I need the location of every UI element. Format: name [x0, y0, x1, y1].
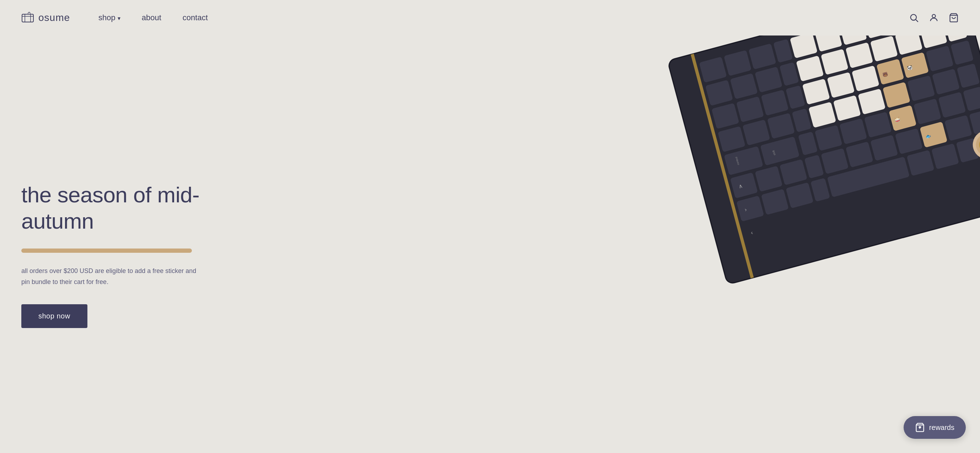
keyboard-svg: backspace control shift M K ∧ › ‹ 🐻 🐼 🥁 …	[658, 35, 980, 302]
keyboard-image: backspace control shift M K ∧ › ‹ 🐻 🐼 🥁 …	[658, 35, 980, 302]
account-button[interactable]	[929, 13, 939, 23]
hero-title: the season of mid-autumn	[21, 182, 234, 234]
search-button[interactable]	[909, 13, 919, 23]
shop-now-button[interactable]: shop now	[21, 304, 88, 328]
rewards-label: rewards	[929, 423, 955, 432]
bag-heart-icon	[915, 423, 925, 432]
svg-line-5	[916, 19, 918, 22]
rewards-button[interactable]: rewards	[904, 416, 966, 439]
svg-point-6	[932, 14, 935, 18]
logo-link[interactable]: osume	[21, 11, 70, 24]
chevron-down-icon: ▾	[118, 15, 121, 22]
user-icon	[929, 13, 939, 23]
nav-icon-group	[909, 13, 959, 23]
hero-divider	[21, 249, 192, 253]
svg-rect-0	[22, 14, 33, 22]
logo-icon	[21, 11, 34, 24]
hero-content: the season of mid-autumn all orders over…	[21, 182, 234, 328]
cart-button[interactable]	[949, 13, 959, 23]
nav-shop[interactable]: shop ▾	[99, 13, 121, 22]
hero-description: all orders over $200 USD are eligible to…	[21, 266, 206, 287]
hero-section: the season of mid-autumn all orders over…	[0, 35, 980, 453]
nav-about[interactable]: about	[142, 13, 161, 22]
svg-point-4	[911, 14, 916, 20]
nav-links: shop ▾ about contact	[99, 13, 208, 22]
nav-contact[interactable]: contact	[183, 13, 208, 22]
search-icon	[909, 13, 919, 23]
navbar: osume shop ▾ about contact	[0, 0, 980, 35]
brand-name: osume	[38, 12, 70, 24]
cart-icon	[949, 13, 959, 23]
